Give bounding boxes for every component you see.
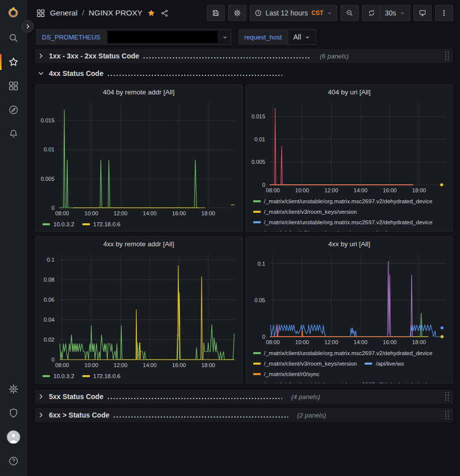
- timeseries-chart[interactable]: 08:0010:0012:0014:0016:0018:0000.020.040…: [37, 251, 240, 370]
- sidebar-item-starred[interactable]: [0, 50, 27, 74]
- row-4xx-status-code[interactable]: 4xx Status Code ........................…: [37, 67, 453, 79]
- breadcrumb-separator: /: [82, 8, 84, 17]
- panel-4xx-by-uri: 4xx by uri [All] 08:0010:0012:0014:0016:…: [246, 236, 454, 384]
- svg-text:10:00: 10:00: [295, 187, 309, 193]
- legend-item[interactable]: 172.18.0.6: [82, 219, 120, 229]
- legend-item[interactable]: 10.0.3.2: [42, 219, 74, 229]
- refresh-interval-picker[interactable]: 30s: [380, 5, 410, 21]
- dashboard-settings-button[interactable]: [228, 5, 246, 21]
- sidebar-item-server-admin[interactable]: [0, 401, 27, 425]
- sidebar-item-dashboards[interactable]: [0, 74, 27, 98]
- row-1xx-3xx-2xx-status-code[interactable]: 1xx - 3xx - 2xx Status Code ............…: [35, 49, 453, 63]
- submenu: DS_PROMETHEUS request_host All: [27, 26, 460, 48]
- svg-text:0.005: 0.005: [40, 176, 54, 182]
- zoom-out-button[interactable]: [341, 5, 359, 21]
- panel-title[interactable]: 4xx by uri [All]: [248, 237, 451, 251]
- legend-swatch: [253, 352, 261, 354]
- legend-item[interactable]: 10.0.3.2: [42, 371, 74, 381]
- row-title-dots: ........................................…: [107, 69, 282, 77]
- refresh-interval-label: 30s: [385, 9, 396, 17]
- svg-text:0.02: 0.02: [44, 337, 54, 343]
- legend-swatch: [253, 221, 261, 223]
- time-range-label: Last 12 hours: [266, 9, 308, 17]
- panel-404-by-remote-addr: 404 by remote addr [All] 08:0010:0012:00…: [35, 84, 243, 232]
- legend-item[interactable]: /_matrix/client/v3/room_keys/version: [253, 206, 357, 217]
- request-host-label[interactable]: request_host: [238, 29, 288, 45]
- breadcrumb: General / NGINX PROXY: [36, 8, 169, 18]
- svg-text:0.08: 0.08: [44, 277, 54, 283]
- svg-text:0: 0: [51, 357, 54, 363]
- breadcrumb-section[interactable]: General: [50, 8, 77, 17]
- search-icon: [8, 32, 19, 43]
- dashboard-grid-icon: [36, 8, 45, 18]
- row-drag-handle[interactable]: [445, 392, 450, 402]
- svg-text:0.005: 0.005: [251, 159, 265, 165]
- timeseries-chart[interactable]: 08:0010:0012:0014:0016:0018:0000.050.1: [248, 251, 451, 347]
- legend-item[interactable]: /api/live/ws: [365, 358, 404, 369]
- sidebar-item-configuration[interactable]: [0, 377, 27, 401]
- cycle-view-mode-button[interactable]: [414, 5, 432, 21]
- sidebar-item-explore[interactable]: [0, 98, 27, 122]
- legend-item[interactable]: /_matrix/client/unstable/org.matrix.msc2…: [253, 379, 433, 384]
- share-icon[interactable]: [160, 9, 169, 17]
- legend-item[interactable]: /_matrix/client/r0/sync: [253, 369, 320, 379]
- svg-text:12:00: 12:00: [324, 187, 338, 193]
- svg-text:0.06: 0.06: [44, 297, 54, 303]
- legend-item[interactable]: /_matrix/client/unstable/org.matrix.msc2…: [253, 196, 433, 206]
- sidebar-item-help[interactable]: [0, 449, 27, 473]
- legend-swatch: [253, 363, 261, 365]
- svg-text:12:00: 12:00: [114, 210, 128, 216]
- legend-item[interactable]: 172.18.0.6: [82, 371, 120, 381]
- svg-text:10:00: 10:00: [84, 210, 98, 216]
- svg-text:18:00: 18:00: [412, 339, 426, 345]
- svg-text:18:00: 18:00: [201, 362, 215, 368]
- legend-item[interactable]: /_matrix/client/v3/room_keys/version: [253, 227, 357, 232]
- panel-title[interactable]: 404 by remote addr [All]: [37, 85, 240, 99]
- refresh-button[interactable]: [362, 5, 380, 21]
- timeseries-chart[interactable]: 08:0010:0012:0014:0016:0018:0000.0050.01…: [248, 99, 451, 195]
- legend-item[interactable]: /_matrix/client/v3/room_keys/version: [253, 358, 357, 369]
- legend-swatch: [253, 211, 261, 213]
- svg-text:18:00: 18:00: [201, 210, 215, 216]
- more-options-button[interactable]: [435, 5, 453, 21]
- legend-label: /_matrix/client/v3/room_keys/version: [264, 230, 357, 232]
- legend-item[interactable]: /sw.js: [365, 227, 390, 232]
- svg-text:0: 0: [262, 334, 265, 340]
- panel-404-by-uri: 404 by uri [All] 08:0010:0012:0014:0016:…: [246, 84, 454, 232]
- svg-text:16:00: 16:00: [172, 210, 186, 216]
- svg-text:0: 0: [262, 182, 265, 188]
- time-range-picker[interactable]: Last 12 hours CST: [250, 5, 338, 21]
- save-dashboard-button[interactable]: [207, 5, 225, 21]
- row-title: 5xx Status Code: [49, 393, 103, 401]
- svg-text:0.05: 0.05: [254, 297, 265, 303]
- datasource-label[interactable]: DS_PROMETHEUS: [36, 29, 106, 45]
- sidebar-item-alerting[interactable]: [0, 122, 27, 146]
- save-icon: [212, 9, 220, 17]
- row-drag-handle[interactable]: [445, 410, 450, 421]
- variable-request-host: request_host All: [238, 29, 316, 45]
- timeseries-chart[interactable]: 08:0010:0012:0014:0016:0018:0000.0050.01…: [37, 99, 240, 218]
- variable-datasource: DS_PROMETHEUS: [36, 29, 231, 45]
- panel-grid: 404 by remote addr [All] 08:0010:0012:00…: [35, 84, 453, 384]
- svg-text:0.01: 0.01: [254, 136, 265, 142]
- row-6xx-status-code[interactable]: 6xx > Status Code ......................…: [35, 408, 453, 422]
- sidebar-item-profile[interactable]: [0, 425, 27, 449]
- legend-item[interactable]: /_matrix/client/unstable/org.matrix.msc2…: [253, 348, 433, 358]
- legend-item[interactable]: /_matrix/client/unstable/org.matrix.msc2…: [253, 217, 433, 227]
- svg-text:08:00: 08:00: [266, 187, 280, 193]
- panel-title[interactable]: 4xx by remote addr [All]: [37, 237, 240, 251]
- request-host-select[interactable]: All: [288, 29, 316, 45]
- panel-title[interactable]: 404 by uri [All]: [248, 85, 451, 99]
- sidebar-expand-button[interactable]: [21, 20, 34, 32]
- datasource-select[interactable]: [106, 29, 231, 45]
- legend-label: 172.18.0.6: [93, 221, 120, 227]
- refresh-icon: [368, 9, 376, 17]
- legend-label: /_matrix/client/unstable/org.matrix.msc2…: [264, 350, 433, 356]
- svg-text:0.015: 0.015: [40, 117, 54, 123]
- legend-label: 10.0.3.2: [53, 373, 74, 379]
- favorite-star-icon[interactable]: [147, 8, 156, 17]
- svg-text:16:00: 16:00: [383, 187, 397, 193]
- legend-swatch: [253, 200, 261, 202]
- row-drag-handle[interactable]: [445, 51, 450, 61]
- row-5xx-status-code[interactable]: 5xx Status Code ........................…: [35, 390, 453, 404]
